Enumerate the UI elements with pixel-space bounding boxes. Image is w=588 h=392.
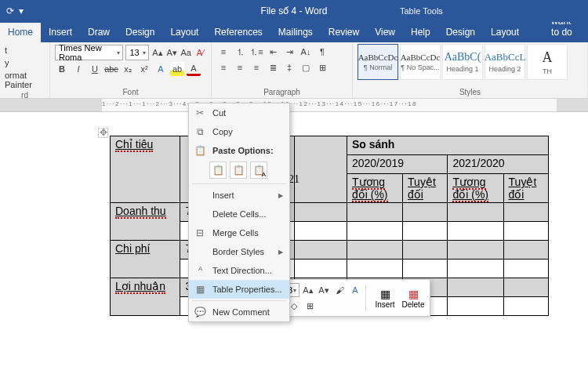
shrink-font-icon[interactable]: A▾ (166, 45, 178, 60)
bullets-icon[interactable]: ≡ (216, 45, 230, 59)
style-nospacing[interactable]: AaBbCcDc¶ No Spac... (400, 44, 441, 80)
table-icon: ▦ (194, 283, 206, 296)
paste-text-only[interactable]: 📋A (250, 162, 267, 179)
qat-dropdown-icon[interactable]: ▾ (19, 5, 24, 16)
shading-icon[interactable]: ▢ (299, 60, 313, 74)
tab-layout[interactable]: Layout (162, 23, 206, 42)
paragraph-group-label: Paragraph (216, 88, 347, 98)
window-title: File số 4 - Word (261, 5, 328, 16)
cut-button[interactable]: t (5, 45, 7, 56)
style-heading1[interactable]: AaBbC(Heading 1 (442, 44, 483, 80)
text-direction-icon: ᴬ (194, 264, 206, 277)
font-color-icon[interactable]: A (187, 62, 201, 76)
ctx-delete-cells[interactable]: Delete Cells... (189, 205, 289, 223)
row-label: Lợi nhuận (115, 280, 165, 294)
highlight-icon[interactable]: ab (170, 62, 184, 76)
styles-group-label: Styles (358, 88, 583, 98)
tab-help[interactable]: Help (403, 23, 438, 42)
clear-format-icon[interactable]: A⁄ (194, 45, 206, 60)
row-label: Chi phí (115, 242, 150, 255)
borders-icon[interactable]: ⊞ (315, 60, 329, 74)
cell-header: So sánh (347, 136, 548, 155)
horizontal-ruler[interactable]: 1···2···1···1···2···3···4···5···6···7···… (0, 99, 588, 112)
ctx-cut[interactable]: ✂Cut (189, 103, 289, 122)
ribbon-tabs: Home Insert Draw Design Layout Reference… (0, 22, 588, 42)
superscript-button[interactable]: x² (137, 62, 151, 76)
ctx-text-direction[interactable]: ᴬText Direction... (189, 261, 289, 280)
mini-insert-button[interactable]: ▦Insert (372, 284, 397, 312)
tab-design[interactable]: Design (118, 23, 162, 42)
multilevel-icon[interactable]: ⒈≡ (249, 45, 263, 59)
underline-button[interactable]: U (88, 62, 102, 76)
ctx-merge-cells[interactable]: ⊟Merge Cells (189, 223, 289, 242)
grow-font-icon[interactable]: A▴ (151, 45, 163, 60)
align-right-icon[interactable]: ≡ (249, 60, 263, 74)
style-normal[interactable]: AaBbCcDc¶ Normal (358, 44, 398, 80)
font-name-select[interactable]: Times New Roma (55, 45, 123, 60)
copy-icon: ⧉ (194, 125, 206, 138)
ctx-copy[interactable]: ⧉Copy (189, 122, 289, 141)
merge-icon: ⊟ (194, 227, 206, 239)
strike-button[interactable]: abc (104, 62, 118, 76)
tab-table-layout[interactable]: Layout (483, 23, 527, 42)
show-marks-icon[interactable]: ¶ (315, 45, 329, 59)
mini-borders[interactable]: ⊞ (303, 299, 317, 313)
paste-icon: 📋 (194, 144, 206, 157)
ctx-border-styles[interactable]: Border Styles▶ (189, 242, 289, 261)
mini-styles-icon[interactable]: A (348, 283, 362, 297)
ctx-insert[interactable]: Insert▶ (189, 186, 289, 205)
table-delete-icon: ▦ (408, 288, 419, 300)
decrease-indent-icon[interactable]: ⇤ (266, 45, 280, 59)
copy-button[interactable]: y (5, 57, 9, 68)
font-group-label: Font (55, 88, 206, 98)
contextual-tab-title: Table Tools (400, 6, 443, 16)
paste-merge[interactable]: 📋 (230, 162, 247, 179)
context-menu: ✂Cut ⧉Copy 📋Paste Options: 📋 📋 📋A Insert… (188, 103, 290, 322)
align-center-icon[interactable]: ≡ (233, 60, 247, 74)
ctx-new-comment[interactable]: 💬New Comment (189, 303, 289, 321)
row-label: Doanh thu (115, 205, 166, 219)
style-heading2[interactable]: AaBbCcLHeading 2 (485, 44, 525, 80)
cell-group: 2021/2020 (448, 155, 549, 174)
mini-painter-icon[interactable]: 🖌 (332, 283, 347, 297)
change-case-icon[interactable]: Aa (180, 45, 192, 60)
tab-review[interactable]: Review (321, 23, 367, 42)
scissors-icon: ✂ (194, 107, 206, 119)
align-left-icon[interactable]: ≡ (216, 60, 230, 74)
numbering-icon[interactable]: ⒈ (233, 45, 247, 59)
ctx-table-properties[interactable]: ▦Table Properties... (189, 280, 289, 299)
format-painter-button[interactable]: ormat Painter (5, 70, 45, 90)
mini-delete-button[interactable]: ▦Delete (401, 284, 426, 312)
comment-icon: 💬 (194, 306, 206, 318)
tab-insert[interactable]: Insert (41, 23, 80, 42)
paste-keep-source[interactable]: 📋 (209, 162, 227, 179)
autosave-icon[interactable]: ⟳ (6, 5, 14, 16)
font-size-select[interactable]: 13 (125, 45, 149, 60)
line-spacing-icon[interactable]: ‡ (282, 60, 296, 74)
tab-home[interactable]: Home (0, 23, 41, 42)
bold-button[interactable]: B (55, 62, 69, 76)
mini-grow-icon[interactable]: A▴ (301, 283, 315, 297)
cell-group: 2020/2019 (347, 155, 447, 174)
style-title[interactable]: ATH (527, 44, 568, 80)
table-insert-icon: ▦ (380, 288, 390, 300)
tab-draw[interactable]: Draw (80, 23, 118, 42)
subscript-button[interactable]: x₂ (121, 62, 135, 76)
ctx-paste-label: 📋Paste Options: (189, 141, 289, 160)
tab-references[interactable]: References (206, 23, 270, 42)
cell-header: Chỉ tiêu (115, 138, 153, 152)
italic-button[interactable]: I (71, 62, 85, 76)
table-move-handle[interactable]: ✥ (98, 128, 108, 138)
tab-view[interactable]: View (367, 23, 403, 42)
sort-icon[interactable]: A↓ (299, 45, 313, 59)
mini-shrink-icon[interactable]: A▾ (317, 283, 331, 297)
tab-mailings[interactable]: Mailings (270, 23, 321, 42)
text-effects-icon[interactable]: A (154, 62, 168, 76)
justify-icon[interactable]: ≣ (266, 60, 280, 74)
increase-indent-icon[interactable]: ⇥ (282, 45, 296, 59)
tab-table-design[interactable]: Design (438, 23, 483, 42)
